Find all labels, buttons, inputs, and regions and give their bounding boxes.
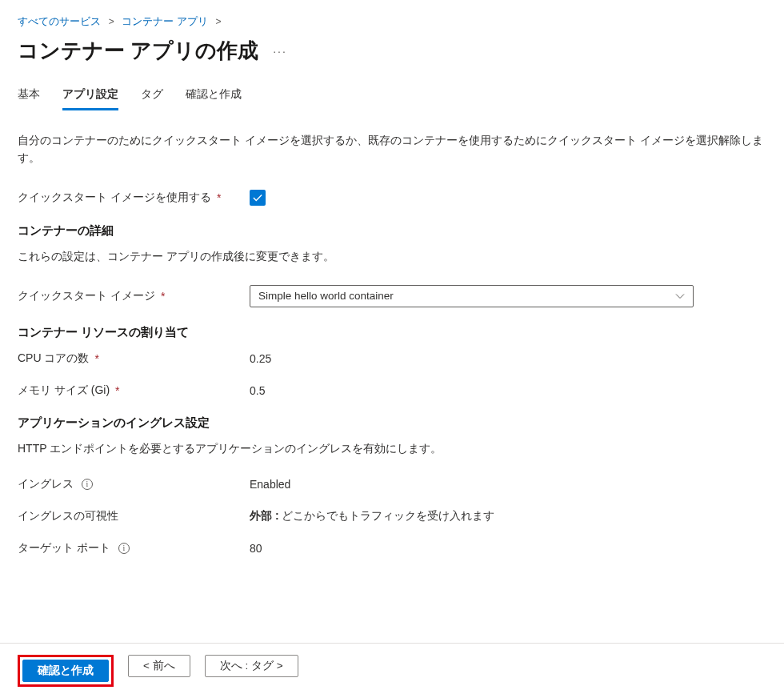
ingress-value: Enabled xyxy=(250,478,766,491)
page-title: コンテナー アプリの作成 xyxy=(18,37,258,65)
previous-button[interactable]: < 前へ xyxy=(128,655,190,677)
required-marker: * xyxy=(217,191,221,204)
chevron-right-icon: > xyxy=(216,16,222,27)
breadcrumb-all-services[interactable]: すべてのサービス xyxy=(18,15,101,27)
ingress-label: イングレス i xyxy=(18,477,250,491)
quickstart-image-row: クイックスタート イメージ* Simple hello world contai… xyxy=(18,285,766,307)
memory-value: 0.5 xyxy=(250,384,766,397)
quickstart-checkbox[interactable] xyxy=(250,190,266,206)
breadcrumb-container-apps[interactable]: コンテナー アプリ xyxy=(122,15,208,27)
intro-description: 自分のコンテナーのためにクイックスタート イメージを選択するか、既存のコンテナー… xyxy=(18,131,766,167)
info-icon[interactable]: i xyxy=(118,543,130,554)
quickstart-image-label: クイックスタート イメージ* xyxy=(18,289,250,303)
tab-basic[interactable]: 基本 xyxy=(18,87,40,110)
ingress-row: イングレス i Enabled xyxy=(18,477,766,491)
tab-review-create[interactable]: 確認と作成 xyxy=(186,87,242,110)
memory-row: メモリ サイズ (Gi)* 0.5 xyxy=(18,383,766,398)
target-port-value: 80 xyxy=(250,542,766,555)
required-marker: * xyxy=(115,384,119,397)
target-port-row: ターゲット ポート i 80 xyxy=(18,541,766,556)
cpu-row: CPU コアの数* 0.25 xyxy=(18,351,766,366)
chevron-down-icon xyxy=(675,291,685,301)
dropdown-selected-value: Simple hello world container xyxy=(258,290,394,302)
check-icon xyxy=(252,192,263,203)
target-port-label: ターゲット ポート i xyxy=(18,541,250,556)
title-row: コンテナー アプリの作成 ··· xyxy=(18,37,766,65)
wizard-tabs: 基本 アプリ設定 タグ 確認と作成 xyxy=(18,87,766,110)
ingress-visibility-label: イングレスの可視性 xyxy=(18,509,250,524)
info-icon[interactable]: i xyxy=(82,479,93,490)
section-ingress: アプリケーションのイングレス設定 xyxy=(18,415,766,431)
required-marker: * xyxy=(161,290,165,303)
memory-label: メモリ サイズ (Gi)* xyxy=(18,383,250,398)
cpu-value: 0.25 xyxy=(250,352,766,365)
section-resources: コンテナー リソースの割り当て xyxy=(18,325,766,340)
quickstart-image-dropdown[interactable]: Simple hello world container xyxy=(250,285,694,307)
ingress-desc: HTTP エンドポイントを必要とするアプリケーションのイングレスを有効にします。 xyxy=(18,442,766,456)
tab-app-settings[interactable]: アプリ設定 xyxy=(62,87,118,110)
chevron-right-icon: > xyxy=(109,16,114,27)
review-create-button[interactable]: 確認と作成 xyxy=(22,660,109,682)
cpu-label: CPU コアの数* xyxy=(18,351,250,366)
ingress-visibility-row: イングレスの可視性 外部 : どこからでもトラフィックを受け入れます xyxy=(18,509,766,524)
quickstart-row: クイックスタート イメージを使用する* xyxy=(18,190,766,206)
tab-tags[interactable]: タグ xyxy=(141,87,163,110)
container-details-desc: これらの設定は、コンテナー アプリの作成後に変更できます。 xyxy=(18,250,766,264)
more-actions-icon[interactable]: ··· xyxy=(273,45,287,58)
next-button[interactable]: 次へ : タグ > xyxy=(205,655,298,677)
wizard-footer: 確認と作成 < 前へ 次へ : タグ > xyxy=(0,643,784,698)
highlight-annotation: 確認と作成 xyxy=(18,655,114,687)
quickstart-label: クイックスタート イメージを使用する* xyxy=(18,191,250,205)
required-marker: * xyxy=(94,352,98,365)
section-container-details: コンテナーの詳細 xyxy=(18,223,766,239)
ingress-visibility-value: 外部 : どこからでもトラフィックを受け入れます xyxy=(250,509,766,524)
breadcrumb: すべてのサービス > コンテナー アプリ > xyxy=(18,14,766,29)
